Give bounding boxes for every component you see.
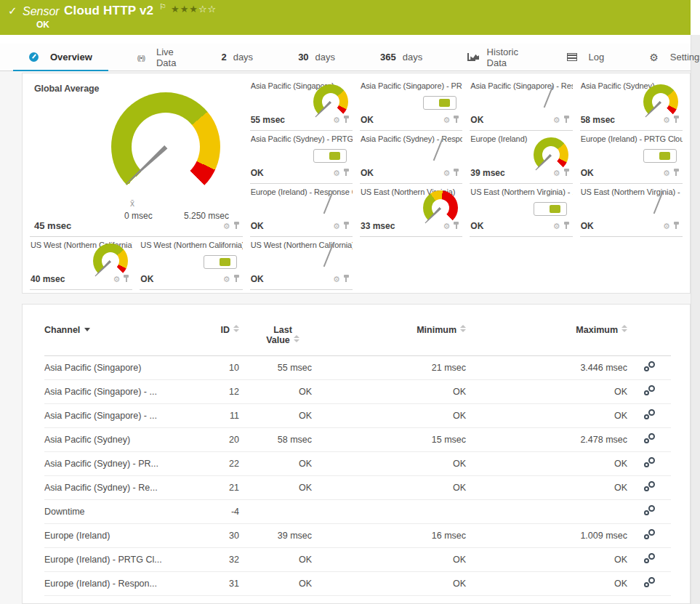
pin-icon[interactable] <box>673 222 680 229</box>
tab-overview[interactable]: Overview <box>22 44 100 71</box>
channel-settings-icon[interactable] <box>643 505 655 516</box>
column-header-maximum[interactable]: Maximum <box>466 319 627 356</box>
pin-icon[interactable] <box>563 169 570 176</box>
gauge-max-label: 5.250 msec <box>184 211 229 221</box>
gauge-cell-asia-pacific-sydney-respo: Asia Pacific (Sydney) - Respo... OK <box>360 131 462 184</box>
channel-row-30[interactable]: Europe (Ireland) 30 39 msec 16 msec 1.00… <box>44 524 671 548</box>
gauge-cell-us-east-northern-virginia-3: US East (Northern Virginia) - ... OK <box>580 184 683 237</box>
gear-icon[interactable] <box>663 166 670 179</box>
channel-settings-icon[interactable] <box>643 481 655 492</box>
channel-gauge-title: Asia Pacific (Singapore) - PR... <box>361 81 462 90</box>
channel-gauge-title: US West (Northern California)... <box>251 241 353 249</box>
column-header-id[interactable]: ID <box>181 319 239 356</box>
tab-2-days[interactable]: 2 days <box>214 44 260 71</box>
gear-icon[interactable] <box>333 219 340 232</box>
tab-live-data[interactable]: Live Data <box>130 44 184 71</box>
channel-settings-icon[interactable] <box>643 385 655 396</box>
pin-icon[interactable] <box>453 169 459 176</box>
gear-icon[interactable] <box>113 272 120 285</box>
channel-name: Asia Pacific (Sydney) <box>44 428 181 452</box>
channel-gauge-title: Europe (Ireland) - PRTG Cloud... <box>581 134 683 143</box>
channel-row-10[interactable]: Asia Pacific (Singapore) 10 55 msec 21 m… <box>44 356 671 380</box>
channel-last-value: OK <box>470 115 483 125</box>
pin-icon[interactable] <box>343 222 350 229</box>
tab-log[interactable]: Log <box>560 44 612 71</box>
tab-historic-data[interactable]: Historic Data <box>460 44 528 71</box>
sort-icon <box>621 325 627 332</box>
channel-settings-icon[interactable] <box>643 433 655 444</box>
pin-icon[interactable] <box>123 275 129 282</box>
tab-settings[interactable]: Settings <box>642 44 700 71</box>
channel-name: Asia Pacific (Sydney) - Re... <box>44 476 181 500</box>
channel-row-11[interactable]: Asia Pacific (Singapore) - ... 11 OK OK … <box>44 404 671 428</box>
gear-icon[interactable] <box>333 113 340 126</box>
channel-row-22[interactable]: Asia Pacific (Sydney) - PR... 22 OK OK O… <box>44 452 671 476</box>
gear-icon[interactable] <box>443 166 450 179</box>
channel-name: Europe (Ireland) - Respon... <box>44 572 181 596</box>
channel-row-20[interactable]: Asia Pacific (Sydney) 20 58 msec 15 msec… <box>44 428 671 452</box>
pin-icon[interactable] <box>673 116 680 123</box>
channel-maximum: OK <box>466 380 627 404</box>
channel-gauge-title: US East (Northern Virginia) - ... <box>581 188 683 196</box>
cell-actions <box>443 113 459 126</box>
column-header-channel[interactable]: Channel <box>44 319 181 356</box>
channel-row--4[interactable]: Downtime -4 <box>44 500 671 524</box>
pin-icon[interactable] <box>673 169 680 176</box>
pin-icon[interactable] <box>563 222 570 229</box>
channel-maximum: OK <box>466 452 627 476</box>
gear-icon[interactable] <box>663 113 670 126</box>
channel-settings-icon[interactable] <box>643 457 655 468</box>
channel-last-value: 58 msec <box>239 428 312 452</box>
gear-icon[interactable] <box>223 219 230 232</box>
tab-365-days[interactable]: 365 days <box>373 44 430 71</box>
pin-icon[interactable] <box>453 116 459 123</box>
gear-icon[interactable] <box>333 272 340 285</box>
pin-icon[interactable] <box>233 275 240 282</box>
channel-last-value: OK <box>239 476 312 500</box>
channel-id: 21 <box>181 476 239 500</box>
gear-icon[interactable] <box>223 272 230 285</box>
cell-actions <box>113 272 129 285</box>
channel-last-value: OK <box>140 274 153 284</box>
gear-icon[interactable] <box>443 113 450 126</box>
pin-icon[interactable] <box>343 169 350 176</box>
pin-icon[interactable] <box>343 116 350 123</box>
channel-row-21[interactable]: Asia Pacific (Sydney) - Re... 21 OK OK O… <box>44 476 671 500</box>
gear-icon[interactable] <box>443 219 450 232</box>
scrollbar-track[interactable] <box>691 35 700 604</box>
cell-actions <box>223 219 240 232</box>
column-header-last-value[interactable]: Last Value <box>239 319 312 356</box>
gauge-cell-asia-pacific-sydney-prtg: Asia Pacific (Sydney) - PRTG ... OK <box>250 131 353 184</box>
gear-icon[interactable] <box>333 166 340 179</box>
priority-star-rating[interactable]: ★★★☆☆ <box>171 4 217 15</box>
gauge-icon <box>29 52 39 62</box>
gauge-cell-asia-pacific-sydney: Asia Pacific (Sydney) 58 msec <box>580 78 683 131</box>
channel-settings-icon[interactable] <box>643 553 655 564</box>
flag-icon[interactable]: ⚐ <box>159 2 166 12</box>
channel-settings-icon[interactable] <box>643 361 655 372</box>
channel-row-12[interactable]: Asia Pacific (Singapore) - ... 12 OK OK … <box>44 380 671 404</box>
column-header-minimum[interactable]: Minimum <box>312 319 466 356</box>
channel-settings-icon[interactable] <box>643 529 655 540</box>
channel-id: 30 <box>181 524 239 548</box>
gear-icon[interactable] <box>553 166 560 179</box>
channel-settings-icon[interactable] <box>643 409 655 420</box>
gear-icon[interactable] <box>663 219 670 232</box>
pin-icon[interactable] <box>563 116 570 123</box>
gauge-cell-europe-ireland: Europe (Ireland) 39 msec <box>470 131 572 184</box>
gear-icon[interactable] <box>553 219 560 232</box>
status-badge: OK <box>36 20 49 30</box>
channel-id: 11 <box>181 404 239 428</box>
pin-icon[interactable] <box>343 275 350 282</box>
pin-icon[interactable] <box>453 222 459 229</box>
gear-icon[interactable] <box>553 113 560 126</box>
tab-30-days[interactable]: 30 days <box>291 44 342 71</box>
channel-minimum <box>312 500 466 524</box>
channel-name: Asia Pacific (Singapore) <box>44 356 181 380</box>
channel-row-31[interactable]: Europe (Ireland) - Respon... 31 OK OK OK <box>44 572 671 596</box>
cell-actions <box>333 219 350 232</box>
channel-minimum: 16 msec <box>312 524 466 548</box>
channel-row-32[interactable]: Europe (Ireland) - PRTG Cl... 32 OK OK O… <box>44 548 671 572</box>
pin-icon[interactable] <box>233 222 240 229</box>
channel-settings-icon[interactable] <box>643 577 655 588</box>
